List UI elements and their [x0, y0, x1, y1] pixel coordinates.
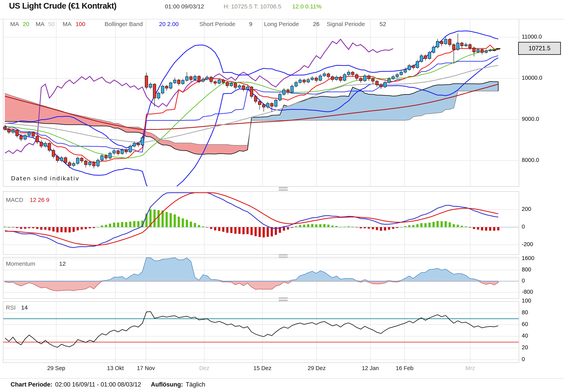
legend-bollinger-params: 20 2.00: [159, 21, 179, 28]
chart-period-bar: Chart Periode:02:00 16/09/11 - 01:00 08/…: [11, 381, 205, 388]
high-low-readout: H: 10725.5 T: 10706.5: [224, 3, 282, 10]
legend-long-periode-value: 26: [313, 21, 319, 28]
legend-short-periode-value: 9: [249, 21, 253, 28]
panel-resize-handle[interactable]: [279, 187, 288, 191]
legend-ma100-value: 100: [76, 21, 85, 28]
y-axis-label: 10000.0: [522, 75, 542, 81]
y-axis-label: 0: [522, 224, 525, 230]
legend-ma20-value: 20: [23, 21, 29, 28]
y-axis-label: 800: [522, 266, 531, 273]
legend-ma-label: MA: [36, 21, 44, 28]
x-axis-label: 15 Dez: [254, 365, 271, 371]
y-axis-label: 8000.0: [522, 157, 539, 163]
legend-ma-label: MA: [63, 21, 71, 28]
resolution-value: Täglich: [186, 381, 205, 388]
y-axis-label: 20: [522, 344, 528, 351]
x-axis-label: Mrz: [465, 365, 475, 371]
rsi-legend-label: RSI: [6, 304, 16, 311]
momentum-legend-label: Momentum: [6, 260, 35, 267]
x-axis-label: 29 Dez: [308, 365, 326, 371]
resolution-label: Auflösung:: [151, 381, 183, 388]
chart-period-label: Chart Periode:: [11, 381, 53, 388]
x-axis-label: 12 Jan: [362, 365, 379, 371]
legend-short-periode-label: Short Periode: [199, 21, 235, 28]
x-axis-label: 16 Feb: [396, 365, 413, 371]
macd-legend-label: MACD: [6, 196, 23, 203]
y-axis-label: 60: [522, 321, 528, 327]
y-axis-label: 200: [522, 206, 531, 212]
legend-ma50-value: 50: [48, 21, 55, 28]
panel-resize-handle[interactable]: [279, 254, 288, 258]
instrument-title: US Light Crude (€1 Kontrakt): [9, 1, 116, 11]
y-axis-label: 80: [522, 309, 528, 316]
chart-canvas[interactable]: [0, 0, 564, 392]
legend-long-periode-label: Long Periode: [264, 21, 299, 28]
y-axis-label: 11000.0: [522, 33, 542, 40]
x-axis-label: Dez: [199, 365, 209, 371]
x-axis-label: 29 Sep: [47, 365, 65, 371]
legend-bollinger-label: Bollinger Band: [105, 21, 143, 28]
y-axis-label: 0: [522, 356, 525, 363]
rsi-legend-value: 14: [21, 304, 28, 311]
chart-period-value: 02:00 16/09/11 - 01:00 08/03/12: [55, 381, 141, 388]
x-axis-label: 13 Okt: [107, 365, 124, 371]
y-axis-label: 0: [522, 278, 525, 284]
y-axis-label: 40: [522, 333, 528, 339]
y-axis-label: 9000.0: [522, 116, 539, 122]
change-readout: 12.0 0.11%: [292, 3, 322, 10]
current-price-marker: 10721.5: [518, 42, 561, 55]
quote-timestamp: 01:00 09/03/12: [165, 3, 204, 10]
panel-resize-handle[interactable]: [279, 298, 288, 301]
legend-signal-periode-label: Signal Periode: [327, 21, 365, 28]
y-axis-label: 1600: [522, 255, 535, 261]
legend-signal-periode-value: 52: [380, 21, 386, 28]
momentum-legend-value: 12: [59, 260, 66, 267]
y-axis-label: 100: [522, 297, 531, 304]
legend-ma-label: MA: [10, 21, 19, 28]
macd-legend-params: 12 26 9: [30, 196, 49, 203]
x-axis-label: 17 Nov: [137, 365, 155, 371]
y-axis-label: -800: [522, 289, 533, 295]
trading-chart-window: US Light Crude (€1 Kontrakt) 01:00 09/03…: [0, 0, 564, 392]
y-axis-label: -200: [522, 241, 533, 248]
indicative-data-watermark: Daten sind indikativ: [11, 175, 80, 182]
